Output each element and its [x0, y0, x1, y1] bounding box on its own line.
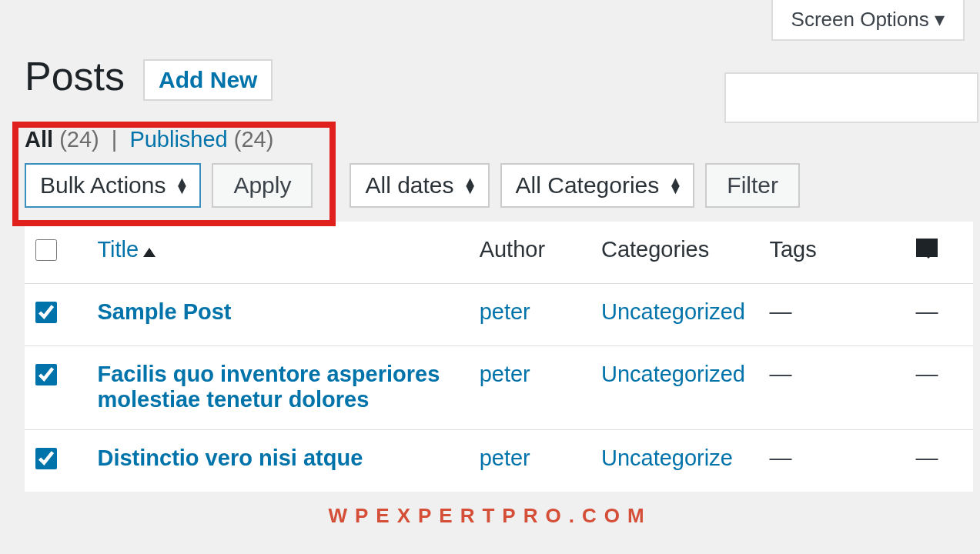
- tags-value: —: [769, 362, 791, 386]
- filter-separator: |: [105, 127, 124, 152]
- search-input[interactable]: [724, 72, 978, 123]
- column-author[interactable]: Author: [472, 222, 594, 284]
- page-title: Posts: [25, 53, 125, 99]
- post-title-link[interactable]: Sample Post: [97, 299, 231, 324]
- comments-value: —: [916, 299, 938, 324]
- author-link[interactable]: peter: [480, 299, 530, 324]
- column-comments[interactable]: [908, 222, 974, 284]
- column-title[interactable]: Title: [89, 222, 471, 284]
- comments-value: —: [916, 446, 938, 470]
- column-categories[interactable]: Categories: [594, 222, 762, 284]
- status-filter-links: All (24) | Published (24): [25, 127, 980, 152]
- sort-asc-icon: [143, 248, 156, 257]
- table-row: Facilis quo inventore asperiores molesti…: [25, 346, 973, 430]
- dates-label: All dates: [365, 172, 453, 199]
- table-row: Sample PostpeterUncategorized——: [25, 284, 973, 346]
- dates-select[interactable]: All dates ▲▼: [350, 163, 489, 208]
- tags-value: —: [769, 299, 791, 324]
- categories-select[interactable]: All Categories ▲▼: [500, 163, 695, 208]
- post-title-link[interactable]: Distinctio vero nisi atque: [97, 446, 363, 470]
- author-link[interactable]: peter: [480, 446, 530, 470]
- author-link[interactable]: peter: [480, 362, 530, 386]
- screen-options-button[interactable]: Screen Options ▾: [771, 0, 965, 41]
- filter-published-count: (24): [234, 127, 274, 152]
- apply-button[interactable]: Apply: [212, 163, 313, 208]
- add-new-button[interactable]: Add New: [143, 59, 273, 101]
- tags-value: —: [769, 446, 791, 470]
- posts-table: Title Author Categories Tags Sample Post…: [25, 222, 973, 492]
- categories-label: All Categories: [516, 172, 660, 199]
- post-title-link[interactable]: Facilis quo inventore asperiores molesti…: [97, 362, 440, 412]
- comments-value: —: [916, 362, 938, 386]
- column-tags[interactable]: Tags: [761, 222, 908, 284]
- bulk-actions-label: Bulk Actions: [40, 172, 166, 199]
- bulk-actions-select[interactable]: Bulk Actions ▲▼: [25, 163, 201, 208]
- watermark-text: WPEXPERTPRO.COM: [328, 504, 651, 528]
- chevron-updown-icon: ▲▼: [463, 178, 477, 193]
- row-checkbox[interactable]: [35, 302, 57, 323]
- row-checkbox[interactable]: [35, 364, 57, 385]
- chevron-updown-icon: ▲▼: [176, 178, 189, 193]
- table-row: Distinctio vero nisi atquepeterUncategor…: [25, 430, 973, 492]
- chevron-updown-icon: ▲▼: [668, 178, 682, 193]
- category-link[interactable]: Uncategorized: [601, 362, 745, 386]
- filter-published[interactable]: Published: [129, 127, 227, 152]
- category-link[interactable]: Uncategorized: [601, 299, 745, 324]
- filter-button[interactable]: Filter: [705, 163, 800, 208]
- select-all-checkbox[interactable]: [35, 239, 57, 261]
- comment-icon: [916, 239, 938, 257]
- row-checkbox[interactable]: [35, 448, 57, 469]
- category-link[interactable]: Uncategorize: [601, 446, 733, 470]
- filter-all[interactable]: All: [25, 127, 53, 152]
- filter-all-count: (24): [59, 127, 99, 152]
